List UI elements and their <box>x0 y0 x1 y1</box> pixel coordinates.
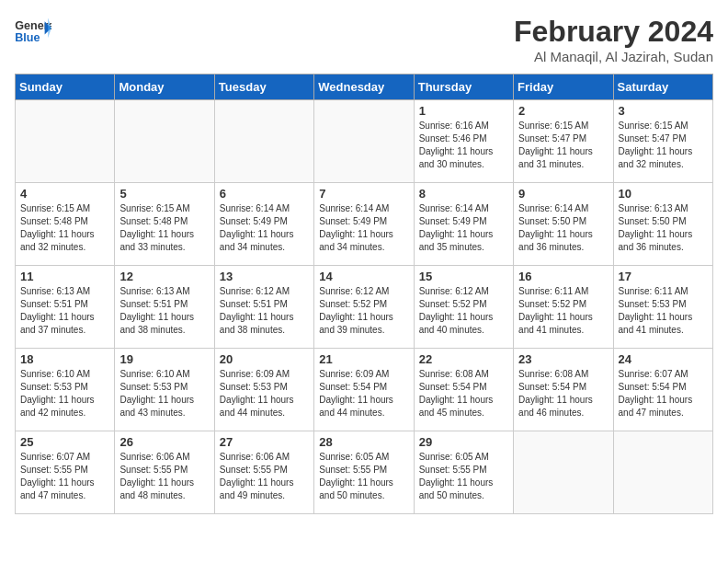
calendar-cell: 2Sunrise: 6:15 AM Sunset: 5:47 PM Daylig… <box>514 100 613 183</box>
calendar-cell: 5Sunrise: 6:15 AM Sunset: 5:48 PM Daylig… <box>115 183 214 266</box>
calendar-cell: 21Sunrise: 6:09 AM Sunset: 5:54 PM Dayli… <box>314 349 414 431</box>
day-number: 26 <box>119 435 209 449</box>
calendar-cell: 1Sunrise: 6:16 AM Sunset: 5:46 PM Daylig… <box>414 100 513 183</box>
calendar-cell: 3Sunrise: 6:15 AM Sunset: 5:47 PM Daylig… <box>613 100 712 183</box>
day-number: 10 <box>619 187 708 201</box>
day-number: 8 <box>419 187 508 201</box>
calendar-cell: 23Sunrise: 6:08 AM Sunset: 5:54 PM Dayli… <box>514 349 613 431</box>
calendar-cell <box>115 100 214 183</box>
cell-info: Sunrise: 6:12 AM Sunset: 5:51 PM Dayligh… <box>220 285 309 337</box>
cell-info: Sunrise: 6:13 AM Sunset: 5:51 PM Dayligh… <box>20 285 109 337</box>
day-number: 19 <box>119 352 209 366</box>
day-number: 23 <box>518 352 608 366</box>
calendar-cell: 11Sunrise: 6:13 AM Sunset: 5:51 PM Dayli… <box>16 266 115 349</box>
calendar-cell: 19Sunrise: 6:10 AM Sunset: 5:53 PM Dayli… <box>115 349 214 431</box>
day-number: 4 <box>20 187 109 201</box>
calendar-cell <box>514 431 613 514</box>
day-number: 6 <box>220 187 309 201</box>
calendar-table: SundayMondayTuesdayWednesdayThursdayFrid… <box>15 74 713 514</box>
day-number: 7 <box>319 187 408 201</box>
calendar-header-row: SundayMondayTuesdayWednesdayThursdayFrid… <box>16 75 713 100</box>
calendar-cell <box>214 100 313 183</box>
cell-info: Sunrise: 6:15 AM Sunset: 5:47 PM Dayligh… <box>619 120 708 171</box>
day-number: 3 <box>619 104 708 118</box>
week-row-1: 1Sunrise: 6:16 AM Sunset: 5:46 PM Daylig… <box>16 100 713 183</box>
day-number: 16 <box>518 270 608 283</box>
cell-info: Sunrise: 6:09 AM Sunset: 5:53 PM Dayligh… <box>220 368 309 419</box>
calendar-cell: 25Sunrise: 6:07 AM Sunset: 5:55 PM Dayli… <box>16 431 115 514</box>
calendar-cell: 24Sunrise: 6:07 AM Sunset: 5:54 PM Dayli… <box>613 349 712 431</box>
cell-info: Sunrise: 6:06 AM Sunset: 5:55 PM Dayligh… <box>119 451 209 502</box>
cell-info: Sunrise: 6:16 AM Sunset: 5:46 PM Dayligh… <box>419 120 508 171</box>
day-number: 15 <box>419 270 508 283</box>
day-number: 2 <box>518 104 608 118</box>
logo: General Blue <box>15 15 51 48</box>
calendar-cell: 6Sunrise: 6:14 AM Sunset: 5:49 PM Daylig… <box>214 183 313 266</box>
calendar-cell: 18Sunrise: 6:10 AM Sunset: 5:53 PM Dayli… <box>16 349 115 431</box>
cell-info: Sunrise: 6:10 AM Sunset: 5:53 PM Dayligh… <box>20 368 109 419</box>
calendar-cell: 17Sunrise: 6:11 AM Sunset: 5:53 PM Dayli… <box>613 266 712 349</box>
page-header: General Blue February 2024 Al Manaqil, A… <box>15 15 713 64</box>
svg-text:Blue: Blue <box>15 31 40 44</box>
calendar-cell <box>314 100 414 183</box>
cell-info: Sunrise: 6:08 AM Sunset: 5:54 PM Dayligh… <box>419 368 508 419</box>
day-number: 29 <box>419 435 508 449</box>
calendar-cell: 26Sunrise: 6:06 AM Sunset: 5:55 PM Dayli… <box>115 431 214 514</box>
day-number: 1 <box>419 104 508 118</box>
calendar-cell: 15Sunrise: 6:12 AM Sunset: 5:52 PM Dayli… <box>414 266 513 349</box>
cell-info: Sunrise: 6:07 AM Sunset: 5:55 PM Dayligh… <box>20 451 109 502</box>
cell-info: Sunrise: 6:14 AM Sunset: 5:49 PM Dayligh… <box>319 202 408 254</box>
calendar-cell: 22Sunrise: 6:08 AM Sunset: 5:54 PM Dayli… <box>414 349 513 431</box>
cell-info: Sunrise: 6:13 AM Sunset: 5:50 PM Dayligh… <box>619 202 708 254</box>
cell-info: Sunrise: 6:12 AM Sunset: 5:52 PM Dayligh… <box>319 285 408 337</box>
week-row-2: 4Sunrise: 6:15 AM Sunset: 5:48 PM Daylig… <box>16 183 713 266</box>
calendar-cell <box>613 431 712 514</box>
location-subtitle: Al Manaqil, Al Jazirah, Sudan <box>514 49 713 64</box>
day-number: 28 <box>319 435 408 449</box>
cell-info: Sunrise: 6:14 AM Sunset: 5:49 PM Dayligh… <box>220 202 309 254</box>
cell-info: Sunrise: 6:14 AM Sunset: 5:49 PM Dayligh… <box>419 202 508 254</box>
cell-info: Sunrise: 6:10 AM Sunset: 5:53 PM Dayligh… <box>119 368 209 419</box>
day-number: 21 <box>319 352 408 366</box>
title-area: February 2024 Al Manaqil, Al Jazirah, Su… <box>514 15 713 64</box>
week-row-3: 11Sunrise: 6:13 AM Sunset: 5:51 PM Dayli… <box>16 266 713 349</box>
day-number: 25 <box>20 435 109 449</box>
day-number: 18 <box>20 352 109 366</box>
calendar-body: 1Sunrise: 6:16 AM Sunset: 5:46 PM Daylig… <box>16 100 713 514</box>
cell-info: Sunrise: 6:09 AM Sunset: 5:54 PM Dayligh… <box>319 368 408 419</box>
day-header-sunday: Sunday <box>16 75 115 100</box>
cell-info: Sunrise: 6:12 AM Sunset: 5:52 PM Dayligh… <box>419 285 508 337</box>
cell-info: Sunrise: 6:13 AM Sunset: 5:51 PM Dayligh… <box>119 285 209 337</box>
cell-info: Sunrise: 6:08 AM Sunset: 5:54 PM Dayligh… <box>518 368 608 419</box>
day-number: 5 <box>119 187 209 201</box>
week-row-4: 18Sunrise: 6:10 AM Sunset: 5:53 PM Dayli… <box>16 349 713 431</box>
cell-info: Sunrise: 6:07 AM Sunset: 5:54 PM Dayligh… <box>619 368 708 419</box>
calendar-cell: 13Sunrise: 6:12 AM Sunset: 5:51 PM Dayli… <box>214 266 313 349</box>
day-header-tuesday: Tuesday <box>214 75 313 100</box>
month-title: February 2024 <box>514 15 713 49</box>
cell-info: Sunrise: 6:05 AM Sunset: 5:55 PM Dayligh… <box>319 451 408 502</box>
day-number: 11 <box>20 270 109 283</box>
day-header-saturday: Saturday <box>613 75 712 100</box>
week-row-5: 25Sunrise: 6:07 AM Sunset: 5:55 PM Dayli… <box>16 431 713 514</box>
calendar-cell: 4Sunrise: 6:15 AM Sunset: 5:48 PM Daylig… <box>16 183 115 266</box>
calendar-cell: 20Sunrise: 6:09 AM Sunset: 5:53 PM Dayli… <box>214 349 313 431</box>
day-number: 9 <box>518 187 608 201</box>
day-header-monday: Monday <box>115 75 214 100</box>
day-number: 14 <box>319 270 408 283</box>
cell-info: Sunrise: 6:14 AM Sunset: 5:50 PM Dayligh… <box>518 202 608 254</box>
calendar-cell: 14Sunrise: 6:12 AM Sunset: 5:52 PM Dayli… <box>314 266 414 349</box>
calendar-cell: 10Sunrise: 6:13 AM Sunset: 5:50 PM Dayli… <box>613 183 712 266</box>
calendar-cell: 9Sunrise: 6:14 AM Sunset: 5:50 PM Daylig… <box>514 183 613 266</box>
cell-info: Sunrise: 6:15 AM Sunset: 5:47 PM Dayligh… <box>518 120 608 171</box>
day-number: 22 <box>419 352 508 366</box>
calendar-cell: 27Sunrise: 6:06 AM Sunset: 5:55 PM Dayli… <box>214 431 313 514</box>
cell-info: Sunrise: 6:06 AM Sunset: 5:55 PM Dayligh… <box>220 451 309 502</box>
day-number: 17 <box>619 270 708 283</box>
calendar-cell: 29Sunrise: 6:05 AM Sunset: 5:55 PM Dayli… <box>414 431 513 514</box>
calendar-cell <box>16 100 115 183</box>
calendar-cell: 28Sunrise: 6:05 AM Sunset: 5:55 PM Dayli… <box>314 431 414 514</box>
calendar-cell: 8Sunrise: 6:14 AM Sunset: 5:49 PM Daylig… <box>414 183 513 266</box>
day-header-friday: Friday <box>514 75 613 100</box>
cell-info: Sunrise: 6:15 AM Sunset: 5:48 PM Dayligh… <box>20 202 109 254</box>
